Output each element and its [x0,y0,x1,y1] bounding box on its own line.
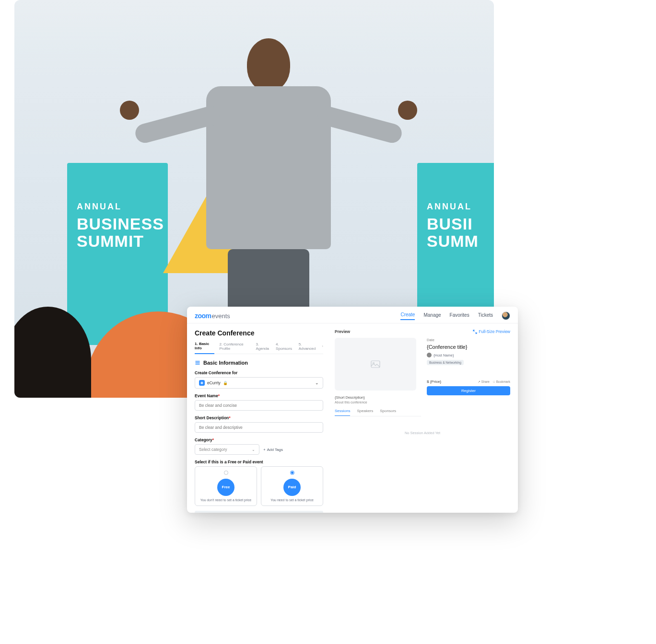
section-basic-info: Basic Information [195,360,323,366]
lock-icon: 🔒 [223,381,228,385]
label-event-name: Event Name* [195,393,323,398]
host-avatar [427,353,432,357]
page-title: Create Conference [195,329,323,337]
plus-icon: + [263,448,266,452]
bookmark-button[interactable]: ☆ Bookmark [492,380,510,384]
banner-smallprint [77,177,158,183]
paid-ticket-info: Paid tickets to this summit will be limi… [195,511,323,513]
preview-about: About this conference [335,401,421,404]
nav-create[interactable]: Create [400,312,415,320]
hub-value: eCurrty [207,380,221,385]
category-pill: Business & Networking [427,360,464,365]
profile-avatar[interactable] [502,311,510,320]
register-button[interactable]: Register [427,386,510,395]
step-basic-info[interactable]: 1. Basic Info [195,342,214,354]
chevron-down-icon: ⌄ [252,448,255,452]
event-type-paid[interactable]: Paid You need to set a ticket price [261,466,323,506]
radio-free[interactable] [224,471,228,475]
full-size-preview-button[interactable]: Full-Size Preview [473,329,510,334]
preview-tab-sessions[interactable]: Sessions [335,409,350,416]
label-hub: Create Conference for [195,370,323,375]
expand-icon [473,330,477,334]
zoom-events-logo[interactable]: zoom events [195,312,230,320]
radio-paid[interactable] [290,471,294,475]
preview-label: Preview [335,329,350,334]
short-desc-input[interactable] [195,422,323,433]
add-tags-button[interactable]: + Add Tags [263,448,283,452]
nav-favorites[interactable]: Favorites [450,312,469,320]
chevron-down-icon: ⌄ [315,380,319,385]
hub-select[interactable]: ◉ eCurrty 🔒 ⌄ [195,377,323,389]
create-form-pane: Create Conference 1. Basic Info 2. Confe… [187,323,331,513]
category-select[interactable]: Select category ⌄ [195,444,259,455]
share-button[interactable]: ↗ Share [478,380,490,384]
hub-icon: ◉ [199,380,205,386]
banner-annual: ANNUAL [77,202,158,212]
chevron-right-icon: › [322,344,323,348]
label-event-type: Select if this is a Free or Paid event [195,460,323,464]
step-profile[interactable]: 2. Conference Profile [219,342,251,351]
header-nav: Create Manage Favorites Tickets [400,311,510,320]
list-icon [195,360,200,366]
nav-tickets[interactable]: Tickets [478,312,493,320]
step-sponsors[interactable]: 4. Sponsors [276,342,294,351]
preview-cover-placeholder [335,338,416,391]
step-advanced[interactable]: 5. Advanced [299,342,317,351]
preview-date: Date [427,338,510,342]
wizard-steps: 1. Basic Info 2. Conference Profile 3. A… [195,342,323,354]
preview-short-desc: {Short Description} [335,395,421,400]
label-short-desc: Short Description* [195,415,323,420]
preview-price: $ {Price} [427,380,441,384]
paid-pill: Paid [283,479,301,496]
event-name-input[interactable] [195,400,323,411]
svg-rect-3 [371,361,380,368]
free-desc: You don't need to set a ticket price [199,498,253,502]
nav-manage[interactable]: Manage [423,312,441,320]
host-name: {Host Name} [433,353,454,357]
free-pill: Free [217,479,234,496]
preview-tab-speakers[interactable]: Speakers [357,409,373,416]
preview-tabs: Sessions Speakers Sponsors [335,409,421,416]
preview-title: {Conference title} [427,344,510,350]
banner-title: BUSINESS SUMMIT [77,216,158,250]
step-agenda[interactable]: 3. Agenda [256,342,271,351]
paid-desc: You need to set a ticket price [265,498,319,502]
no-sessions-message: No Session Added Yet [335,431,510,435]
speaker-figure [187,38,350,350]
app-header: zoom events Create Manage Favorites Tick… [187,307,518,323]
event-type-free[interactable]: Free You don't need to set a ticket pric… [195,466,257,506]
zoom-events-window: zoom events Create Manage Favorites Tick… [187,307,518,513]
label-category: Category* [195,437,323,442]
image-icon [371,360,380,368]
preview-tab-sponsors[interactable]: Sponsors [380,409,396,416]
preview-pane: Preview Full-Size Preview {Short Descrip… [331,323,518,513]
